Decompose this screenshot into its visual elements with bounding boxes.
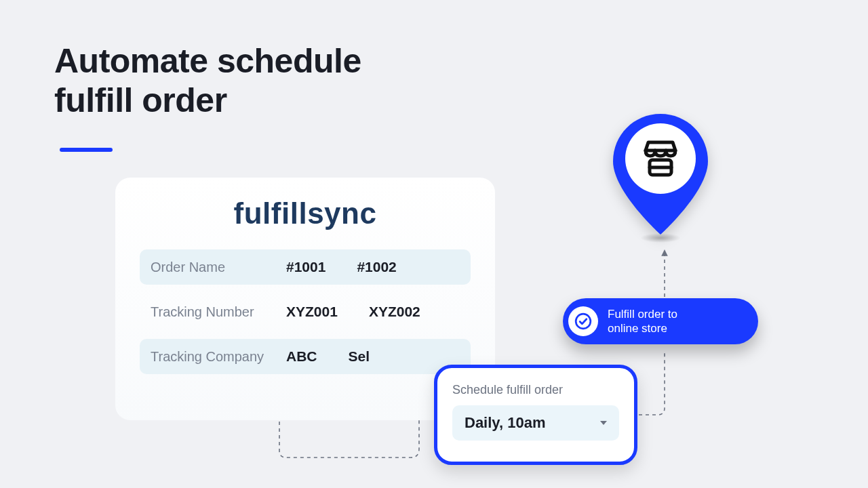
order-name-2: #1002 [357,259,396,275]
schedule-select[interactable]: Daily, 10am [452,405,619,441]
order-name-1: #1001 [286,259,326,275]
chevron-down-icon [600,421,607,425]
row-tracking-number: Tracking Number XYZ001 XYZ002 [140,294,471,329]
tracking-number-2: XYZ002 [369,304,420,320]
schedule-popup: Schedule fulfill order Daily, 10am [434,365,637,465]
tracking-number-1: XYZ001 [286,304,338,320]
store-pin-icon [613,114,708,243]
schedule-label: Schedule fulfill order [452,383,619,397]
label-tracking-company: Tracking Company [151,349,286,365]
label-tracking-number: Tracking Number [151,304,286,320]
label-order-name: Order Name [151,260,286,275]
pill-text: Fulfill order toonline store [608,307,677,336]
schedule-value: Daily, 10am [465,414,545,432]
title-underline [60,148,113,152]
page-title: Automate schedulefulfill order [54,42,361,120]
tracking-company-1: ABC [286,348,317,365]
check-icon [568,306,598,336]
tracking-company-2: Sel [349,348,370,365]
svg-point-0 [576,314,591,329]
fulfill-pill[interactable]: Fulfill order toonline store [563,298,758,344]
row-tracking-company: Tracking Company ABC Sel [140,339,471,374]
card-brand: fulfillsync [140,197,471,230]
row-order-name: Order Name #1001 #1002 [140,249,471,285]
